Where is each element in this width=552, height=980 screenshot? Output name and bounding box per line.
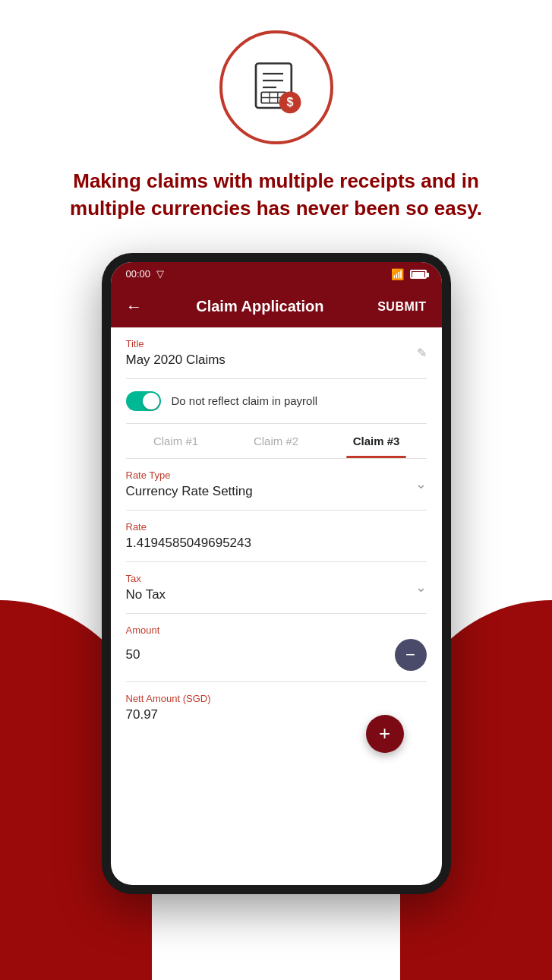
tab-claim1[interactable]: Claim #1 [126,424,226,458]
minus-button[interactable]: − [395,639,427,671]
title-value: May 2020 Claims [126,352,226,368]
tax-label: Tax [126,573,166,584]
nett-amount-section: Nett Amount (SGD) 70.97 + [126,682,427,768]
title-label: Title [126,338,226,349]
toggle-row: Do not reflect claim in payroll [126,379,427,424]
edit-icon[interactable]: ✎ [417,346,427,360]
wifi-icon: 📶 [391,268,404,280]
signal-icon: ▽ [156,268,164,280]
rate-type-value: Currency Rate Setting [126,484,253,499]
chevron-down-icon-tax[interactable]: ⌄ [415,579,427,596]
svg-text:$: $ [286,95,293,109]
title-field: Title May 2020 Claims ✎ [126,327,427,379]
amount-label: Amount [126,624,427,636]
header-title: Claim Application [152,298,369,315]
rate-label: Rate [126,521,427,533]
claims-tabs: Claim #1 Claim #2 Claim #3 [126,424,427,459]
tagline: Making claims with multiple receipts and… [56,167,497,223]
form-content: Title May 2020 Claims ✎ Do not reflect c… [111,327,442,768]
phone-mockup: 00:00 ▽ 📶 ← Claim Application SUBMIT [102,253,451,894]
tax-field: Tax No Tax ⌄ [126,562,427,614]
back-arrow-icon[interactable]: ← [126,297,143,317]
chevron-down-icon[interactable]: ⌄ [415,476,427,492]
rate-value: 1.4194585049695243 [126,536,427,551]
claims-receipt-icon: $ [219,30,333,144]
nett-amount-label: Nett Amount (SGD) [126,693,427,704]
app-header: ← Claim Application SUBMIT [111,286,442,327]
toggle-label: Do not reflect claim in payroll [172,394,318,407]
rate-type-field: Rate Type Currency Rate Setting ⌄ [126,459,427,511]
amount-value: 50 [126,647,140,662]
rate-type-label: Rate Type [126,469,253,481]
tax-value: No Tax [126,587,166,602]
tab-claim3[interactable]: Claim #3 [326,424,427,458]
submit-button[interactable]: SUBMIT [377,300,426,314]
payroll-toggle[interactable] [126,391,161,411]
rate-field: Rate 1.4194585049695243 [126,511,427,562]
amount-field: Amount 50 − [126,614,427,682]
toggle-knob [143,393,159,409]
tab-claim2[interactable]: Claim #2 [226,424,326,458]
phone-screen: 00:00 ▽ 📶 ← Claim Application SUBMIT [111,262,442,885]
battery-icon [410,270,427,279]
plus-button[interactable]: + [366,715,404,753]
time-display: 00:00 [126,268,151,280]
status-bar: 00:00 ▽ 📶 [111,262,442,286]
